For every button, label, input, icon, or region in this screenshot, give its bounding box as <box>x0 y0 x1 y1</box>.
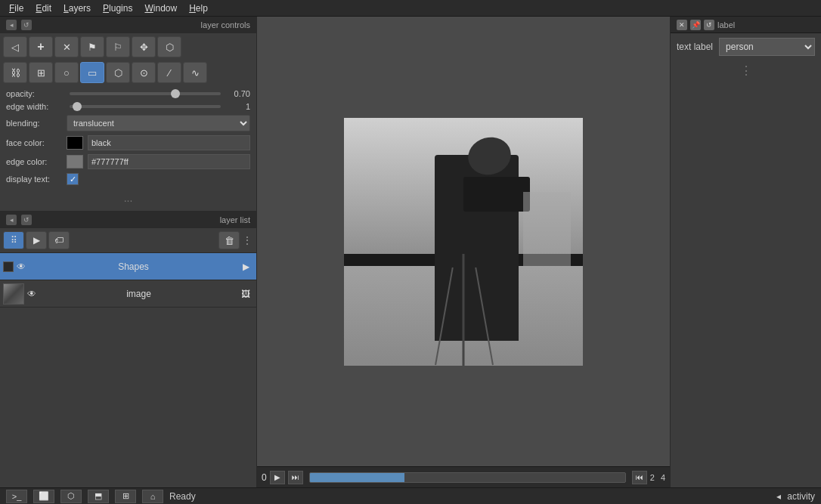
polygon-tool[interactable]: ⬡ <box>106 62 130 83</box>
frame-zero: 0 <box>262 472 267 483</box>
edge-width-value: 1 <box>224 102 250 111</box>
rect-tool[interactable]: ▭ <box>80 62 104 83</box>
activity-text: activity <box>787 491 815 502</box>
terminal-button[interactable]: >_ <box>6 490 27 503</box>
label-dropdown[interactable]: person car dog cat bicycle <box>719 38 815 56</box>
layer-list-title: layer list <box>220 215 250 224</box>
grid-button[interactable]: ⊞ <box>115 490 136 503</box>
canvas-bottom-bar: 0 ▶ ⏭ ⏮ 2 4 <box>257 466 670 487</box>
edge-width-control: edge width: 1 <box>6 102 250 111</box>
image-visibility-toggle[interactable]: 👁 <box>24 286 39 301</box>
canvas-container[interactable] <box>257 17 670 466</box>
link-tool[interactable]: ⛓ <box>3 62 27 83</box>
layer-list-tools: ⠿ ▶ 🏷 🗑 ⋮ <box>0 228 256 253</box>
shapes-color-thumb <box>3 261 14 272</box>
refresh-panel-button[interactable]: ↺ <box>704 20 714 30</box>
face-color-control: face color: <box>6 135 250 150</box>
add-point-tool[interactable]: + <box>29 36 53 57</box>
flag2-tool[interactable]: ⚐ <box>106 36 130 57</box>
edge-color-input[interactable] <box>88 154 250 169</box>
layer-controls-section: ◂ ↺ layer controls ◁ + ✕ ⚑ ⚐ ✥ ⬡ ⛓ ⊞ ○ ▭ <box>0 17 256 212</box>
menu-edit[interactable]: Edit <box>29 2 57 15</box>
layer-controls-header: ◂ ↺ layer controls <box>0 17 256 33</box>
display-text-control: display text: ✓ <box>6 173 250 185</box>
console-button[interactable]: ⬜ <box>33 490 54 503</box>
shapes-tool[interactable]: ▶ <box>26 231 47 249</box>
tool-row-1: ◁ + ✕ ⚑ ⚐ ✥ ⬡ <box>0 33 256 59</box>
pin-panel-button[interactable]: 📌 <box>690 20 701 30</box>
move-tool[interactable]: ✥ <box>132 36 156 57</box>
right-panel-title: label <box>717 20 735 29</box>
image-layer-thumb <box>3 283 24 305</box>
frame-total-minus1: 2 <box>650 473 655 482</box>
progress-bar-fill <box>310 473 404 482</box>
skip-to-end-button[interactable]: ⏮ <box>632 471 647 484</box>
display-text-checkbox[interactable]: ✓ <box>67 173 79 185</box>
delete-tool[interactable]: ✕ <box>54 36 79 57</box>
select-tool[interactable]: ◁ <box>3 36 27 57</box>
edge-color-swatch[interactable] <box>67 155 83 169</box>
expand-list-icon[interactable]: ◂ <box>6 215 17 225</box>
menu-layers[interactable]: Layers <box>57 2 97 15</box>
image-layer-name: image <box>39 289 238 299</box>
opacity-slider[interactable] <box>70 92 221 95</box>
transform-tool[interactable]: ⬡ <box>157 36 181 57</box>
layer-list-menu[interactable]: ⋮ <box>241 235 253 246</box>
layer-item-image[interactable]: 👁 image 🖼 <box>0 280 256 308</box>
label-row: text label person car dog cat bicycle <box>671 33 821 60</box>
circle-tool[interactable]: ○ <box>54 62 79 83</box>
face-color-input[interactable] <box>88 135 250 150</box>
blending-select[interactable]: translucent opaque minimum <box>67 115 250 131</box>
link2-tool[interactable]: ⊞ <box>29 62 53 83</box>
activity-label: ◂ <box>776 491 781 502</box>
face-color-swatch[interactable] <box>67 136 83 150</box>
path-tool[interactable]: ∿ <box>183 62 207 83</box>
home-button[interactable]: ⌂ <box>142 490 163 503</box>
controls-dots[interactable]: ··· <box>0 193 256 208</box>
free-tool[interactable]: ⊙ <box>132 62 156 83</box>
menu-plugins[interactable]: Plugins <box>97 2 138 15</box>
brush-tool[interactable]: ∕ <box>157 62 181 83</box>
opacity-label: opacity: <box>6 89 67 98</box>
expand-controls-icon[interactable]: ◂ <box>6 20 17 30</box>
right-panel-dots[interactable]: ⋮ <box>671 60 821 81</box>
shapes-visibility-toggle[interactable]: 👁 <box>14 259 29 274</box>
text-label-label: text label <box>677 42 713 52</box>
layer-item-shapes[interactable]: 👁 Shapes ▶ <box>0 253 256 280</box>
status-bar: >_ ⬜ ⬡ ⬒ ⊞ ⌂ Ready ◂ activity <box>0 487 821 504</box>
flag-tool[interactable]: ⚑ <box>80 36 104 57</box>
edge-width-label: edge width: <box>6 102 67 111</box>
play-button[interactable]: ▶ <box>270 471 285 484</box>
image-layer-type-icon: 🖼 <box>238 286 253 301</box>
right-panel: ✕ 📌 ↺ label text label person car dog ca… <box>670 17 821 487</box>
menu-window[interactable]: Window <box>138 2 183 15</box>
opacity-control: opacity: 0.70 <box>6 89 250 98</box>
points-tool[interactable]: ⠿ <box>3 231 24 249</box>
blending-control: blending: translucent opaque minimum <box>6 115 250 131</box>
right-panel-header: ✕ 📌 ↺ label <box>671 17 821 33</box>
opacity-value: 0.70 <box>224 89 250 98</box>
refresh-list-icon[interactable]: ↺ <box>21 215 32 225</box>
left-panel: ◂ ↺ layer controls ◁ + ✕ ⚑ ⚐ ✥ ⬡ ⛓ ⊞ ○ ▭ <box>0 17 257 487</box>
cube-button[interactable]: ⬡ <box>60 490 82 503</box>
shapes-layer-type-icon: ▶ <box>238 259 253 274</box>
canvas-image <box>344 118 583 366</box>
main-content: ◂ ↺ layer controls ◁ + ✕ ⚑ ⚐ ✥ ⬡ ⛓ ⊞ ○ ▭ <box>0 17 821 487</box>
face-color-label: face color: <box>6 138 67 147</box>
menu-file[interactable]: File <box>3 2 29 15</box>
layer-controls-title: layer controls <box>201 20 250 29</box>
refresh-controls-icon[interactable]: ↺ <box>21 20 32 30</box>
camera-box <box>463 177 530 212</box>
close-panel-button[interactable]: ✕ <box>677 20 687 30</box>
skip-end-button[interactable]: ⏭ <box>288 471 303 484</box>
edge-width-slider[interactable] <box>70 105 221 108</box>
delete-layer-button[interactable]: 🗑 <box>218 231 240 249</box>
shapes-layer-name: Shapes <box>29 261 238 272</box>
label-tool[interactable]: 🏷 <box>48 231 70 249</box>
blending-label: blending: <box>6 119 67 128</box>
progress-bar-container[interactable] <box>309 472 626 483</box>
menu-help[interactable]: Help <box>183 2 214 15</box>
layer-list-header: ◂ ↺ layer list <box>0 212 256 228</box>
layer-button[interactable]: ⬒ <box>88 490 109 503</box>
tripod-center <box>463 254 465 366</box>
